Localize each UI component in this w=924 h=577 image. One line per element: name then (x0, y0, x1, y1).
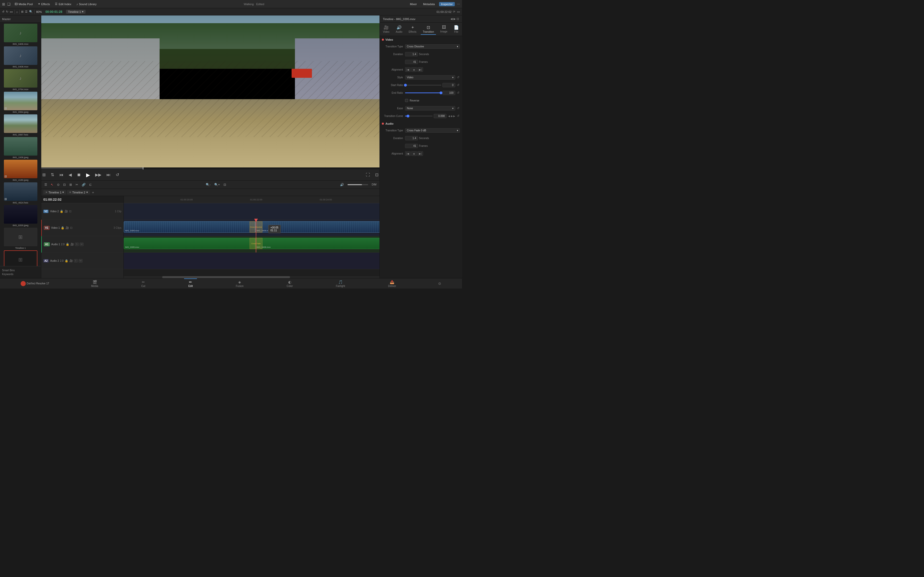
v1-clip-1[interactable]: IMG_0395.mov (124, 221, 255, 233)
list-view-btn[interactable]: ☰ (25, 10, 27, 13)
aspect-ratio-btn[interactable]: ⊞ (41, 171, 47, 178)
close-icon[interactable]: ✕ (45, 191, 47, 194)
inspector-btn[interactable]: Inspector (439, 2, 455, 6)
skip-to-end-btn[interactable]: ⏭ (105, 172, 111, 178)
play-btn[interactable]: ▶ (85, 171, 91, 179)
tab-file[interactable]: 📄 File (452, 24, 461, 35)
duration-frames-input[interactable]: 41 (405, 60, 418, 64)
dropdown-icon[interactable]: ▾ (62, 191, 64, 194)
audio-align-start-btn[interactable]: |◀ (405, 151, 411, 156)
cursor-tool[interactable]: ↖ (50, 182, 54, 187)
bottom-tab-media[interactable]: 🎬 Media (87, 279, 102, 288)
more-btn[interactable]: ⋯ (457, 2, 460, 6)
razor-tool[interactable]: ✂ (74, 182, 79, 187)
stop-btn[interactable]: ⏹ (76, 172, 82, 178)
style-dropdown[interactable]: Video ▾ (405, 75, 455, 80)
audio-duration-input[interactable]: 1.4 (405, 136, 418, 140)
tab-effects[interactable]: ✦ Effects (407, 24, 418, 35)
list-item[interactable]: 🖼 IMG_4180.jpeg (1, 160, 40, 181)
lock-icon[interactable]: 🔒 (66, 243, 69, 246)
ease-dropdown[interactable]: None ▾ (405, 106, 455, 111)
dropdown-icon[interactable]: ▾ (86, 191, 88, 194)
tab-audio[interactable]: 🔊 Audio (394, 24, 404, 35)
snap-btn[interactable]: ⊏ (88, 182, 93, 187)
m-btn[interactable]: M (79, 259, 83, 263)
list-item[interactable]: 🖼 IMG_4624.heic (1, 182, 40, 204)
extra-options[interactable]: ••• (457, 10, 460, 13)
duration-seconds-input[interactable]: 1.4 (405, 52, 418, 56)
zoom-fit-btn[interactable]: ⊡ (223, 182, 227, 187)
tab-transition[interactable]: ⊡ Transition (421, 24, 436, 35)
next-item-btn[interactable]: ▶ (454, 17, 456, 21)
mixer-btn[interactable]: Mixer (408, 2, 419, 6)
transition-curve-input[interactable]: 0.098 (434, 114, 446, 118)
camera-icon[interactable]: 🎥 (65, 210, 68, 213)
undo-btn[interactable]: ↺ (2, 10, 4, 13)
audio-align-end-btn[interactable]: ▶| (417, 151, 423, 156)
tab-image[interactable]: 🖼 Image (438, 24, 450, 34)
audio-align-center-btn[interactable]: ◈ (411, 151, 417, 156)
transition-curve-slider[interactable] (405, 116, 433, 116)
effects-btn[interactable]: ✦ Effects (36, 2, 52, 6)
list-item[interactable]: IMG_0997.heic (1, 114, 40, 136)
lock-icon[interactable]: 🔒 (61, 226, 65, 229)
bottom-tab-edit[interactable]: ✏ Edit (184, 279, 197, 288)
keywords-item[interactable]: Keywords (2, 272, 39, 276)
bottom-tab-color[interactable]: ◐ Color (283, 279, 297, 288)
ease-reset-btn[interactable]: ↺ (456, 106, 460, 110)
next-frame-btn[interactable]: ▶▶ (94, 171, 102, 178)
transition-type-dropdown[interactable]: Cross Dissolve ▾ (405, 44, 460, 49)
list-item[interactable]: IMG_1938.jpeg (1, 137, 40, 159)
prev-keyframe-btn[interactable]: ◀ (448, 114, 450, 118)
camera-icon[interactable]: 🎥 (69, 259, 73, 263)
style-reset-btn[interactable]: ↺ (456, 76, 460, 79)
bottom-tab-cut[interactable]: ✂ Cut (137, 279, 150, 288)
zoom-level[interactable]: 80% (36, 10, 42, 13)
add-keyframe-btn[interactable]: ◆ (451, 114, 453, 118)
sync-btn[interactable]: ⟳ (453, 10, 455, 13)
more-tools[interactable]: ••• (10, 10, 13, 13)
home-btn[interactable]: ⌂ (16, 10, 18, 13)
v1-clip-2[interactable]: IMG_0408.mov (255, 221, 380, 233)
lock-icon[interactable]: 🔒 (65, 259, 68, 263)
skip-to-start-btn[interactable]: ⏮ (58, 172, 65, 178)
search-btn[interactable]: 🔍 (29, 10, 33, 13)
align-center-btn[interactable]: ◈ (411, 67, 417, 72)
redo-btn[interactable]: ↻ (6, 10, 8, 13)
close-icon[interactable]: ✕ (69, 191, 71, 194)
list-item[interactable]: ⊞ Timeline 1 (1, 228, 40, 249)
clip-icon[interactable]: ⊡ (70, 226, 73, 229)
bottom-tab-fusion[interactable]: ◈ Fusion (232, 279, 248, 288)
list-item[interactable]: ♪ IMG_0406.mov (1, 24, 40, 45)
list-item[interactable]: IMG_8200.jpeg (1, 205, 40, 227)
a1-clip-2[interactable]: IMG_0408.mov (255, 238, 380, 249)
next-keyframe-btn[interactable]: ▶ (453, 114, 455, 118)
bottom-tab-fairlight[interactable]: 🎵 Fairlight (332, 279, 349, 288)
slip-tool[interactable]: ⊡ (62, 182, 67, 187)
zoom-out-btn[interactable]: 🔍- (205, 182, 212, 187)
prev-frame-btn[interactable]: ◀ (68, 171, 73, 178)
arrows-expand[interactable]: ⇅ (50, 171, 55, 178)
add-timeline-tab-btn[interactable]: + (91, 190, 95, 195)
link-tool[interactable]: 🔗 (81, 182, 87, 187)
audio-transition-dropdown[interactable]: Cross Fade 0 dB ▾ (405, 128, 460, 133)
m-btn[interactable]: M (80, 243, 84, 246)
timeline-scrollbar[interactable] (124, 276, 380, 278)
ripple-tool[interactable]: ⊞ (68, 182, 73, 187)
list-item[interactable]: ⊞ Timeline 2 (1, 250, 40, 266)
camera-icon[interactable]: 🎥 (70, 243, 74, 246)
zoom-in-btn[interactable]: 🔍+ (213, 182, 221, 187)
tab-video[interactable]: 🎥 Video (381, 24, 391, 35)
dim-btn[interactable]: DIM (371, 183, 378, 187)
start-ratio-reset[interactable]: ↺ (456, 83, 460, 87)
curve-reset-btn[interactable]: ↺ (456, 114, 460, 118)
media-pool-btn[interactable]: 🎞 Media Pool (13, 2, 35, 6)
lock-icon[interactable]: 🔒 (60, 210, 63, 213)
timeline-tab-2[interactable]: ✕ Timeline 2 ▾ (67, 190, 90, 195)
blade-tool[interactable]: ⊙ (56, 182, 61, 187)
clip-icon[interactable]: ⊡ (69, 210, 71, 213)
list-item[interactable]: ♪ IMG_0408.mov (1, 47, 40, 68)
fullscreen-btn[interactable]: ⛶ (365, 172, 371, 178)
edit-index-btn[interactable]: ☰ Edit Index (53, 2, 73, 6)
view-mode-btn[interactable]: ⊞ (21, 10, 23, 13)
